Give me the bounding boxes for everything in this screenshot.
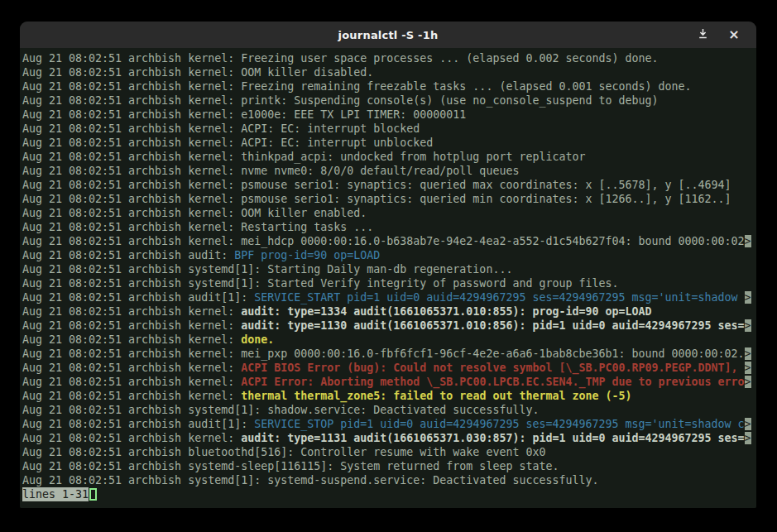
log-line: Aug 21 08:02:51 archbish systemd[1]: Sta… <box>22 276 756 290</box>
log-segment: > <box>745 362 751 374</box>
log-segment: Aug 21 08:02:51 archbish kernel: ACPI: E… <box>22 122 420 135</box>
log-segment: Aug 21 08:02:51 archbish kernel: e1000e:… <box>22 108 466 121</box>
log-segment: done. <box>241 333 274 346</box>
download-button[interactable] <box>693 26 712 44</box>
log-line: Aug 21 08:02:51 archbish systemd-sleep[1… <box>22 459 756 473</box>
close-icon: × <box>728 28 739 41</box>
log-segment: Aug 21 08:02:51 archbish kernel: OOM kil… <box>22 66 373 79</box>
download-icon <box>698 28 708 41</box>
log-line: Aug 21 08:02:51 archbish kernel: audit: … <box>22 319 756 333</box>
log-line: Aug 21 08:02:51 archbish kernel: mei_pxp… <box>22 347 756 361</box>
log-segment: > <box>745 347 751 360</box>
log-line: Aug 21 08:02:51 archbish kernel: e1000e:… <box>22 108 756 122</box>
log-segment: Aug 21 08:02:51 archbish systemd[1]: Sta… <box>22 277 619 290</box>
log-segment: Aug 21 08:02:51 archbish kernel: OOM kil… <box>22 207 367 219</box>
log-segment: Aug 21 08:02:51 archbish systemd-sleep[1… <box>22 460 559 472</box>
log-line: Aug 21 08:02:51 archbish kernel: audit: … <box>22 304 756 319</box>
log-line: Aug 21 08:02:51 archbish kernel: nvme nv… <box>22 164 756 178</box>
log-segment: BPF prog-id=90 op=LOAD <box>234 249 380 261</box>
log-segment: Aug 21 08:02:51 archbish kernel: <box>22 390 241 402</box>
log-line: Aug 21 08:02:51 archbish kernel: thermal… <box>22 389 756 403</box>
log-segment: thermal thermal_zone5: failed to read ou… <box>241 390 631 402</box>
log-segment: Aug 21 08:02:51 archbish kernel: psmouse… <box>22 193 731 205</box>
log-segment: Aug 21 08:02:51 archbish kernel: ACPI: E… <box>22 137 433 149</box>
terminal-lines: Aug 21 08:02:51 archbish kernel: Freezin… <box>22 51 756 487</box>
log-line: Aug 21 08:02:51 archbish bluetoothd[516]… <box>22 445 756 459</box>
log-line: Aug 21 08:02:51 archbish kernel: OOM kil… <box>22 206 756 220</box>
close-button[interactable]: × <box>725 26 743 44</box>
log-segment: ACPI Error: Aborting method \_SB.PC00.LP… <box>241 376 744 388</box>
log-segment: > <box>745 291 751 304</box>
log-segment: Aug 21 08:02:51 archbish kernel: printk:… <box>22 94 659 107</box>
log-segment: SERVICE_STOP pid=1 uid=0 auid=4294967295… <box>254 418 744 430</box>
log-segment: > <box>745 432 751 444</box>
titlebar[interactable]: journalctl -S -1h × <box>20 22 756 48</box>
log-line: Aug 21 08:02:51 archbish audit: BPF prog… <box>22 248 756 262</box>
log-segment: Aug 21 08:02:51 archbish audit: <box>22 249 234 261</box>
titlebar-buttons: × <box>693 22 743 48</box>
terminal-window: journalctl -S -1h × Aug 21 08:02:51 arch… <box>20 22 756 508</box>
log-line: Aug 21 08:02:51 archbish systemd[1]: sys… <box>22 473 756 487</box>
terminal-cursor <box>89 488 97 501</box>
log-line: Aug 21 08:02:51 archbish kernel: OOM kil… <box>22 65 756 79</box>
pager-status: lines 1-31 <box>22 487 89 501</box>
log-segment: Aug 21 08:02:51 archbish audit[1]: <box>22 418 254 430</box>
log-line: Aug 21 08:02:51 archbish kernel: ACPI: E… <box>22 136 756 150</box>
log-segment: Aug 21 08:02:51 archbish kernel: Restart… <box>22 221 373 233</box>
log-line: Aug 21 08:02:51 archbish kernel: done. <box>22 333 756 347</box>
log-segment: Aug 21 08:02:51 archbish kernel: nvme nv… <box>22 165 519 177</box>
log-segment: Aug 21 08:02:51 archbish kernel: mei_hdc… <box>22 235 745 247</box>
log-line: Aug 21 08:02:51 archbish kernel: Freezin… <box>22 79 756 93</box>
log-segment: Aug 21 08:02:51 archbish kernel: <box>22 305 241 318</box>
log-line: Aug 21 08:02:51 archbish kernel: ACPI Er… <box>22 375 756 389</box>
log-line: Aug 21 08:02:51 archbish kernel: Restart… <box>22 220 756 234</box>
log-segment: Aug 21 08:02:51 archbish systemd[1]: sha… <box>22 404 539 416</box>
log-segment: Aug 21 08:02:51 archbish kernel: thinkpa… <box>22 151 585 163</box>
log-segment: Aug 21 08:02:51 archbish kernel: Freezin… <box>22 52 659 65</box>
terminal-output[interactable]: Aug 21 08:02:51 archbish kernel: Freezin… <box>20 48 756 508</box>
log-segment: Aug 21 08:02:51 archbish systemd[1]: Sta… <box>22 263 512 276</box>
log-segment: Aug 21 08:02:51 archbish kernel: <box>22 362 241 374</box>
log-segment: Aug 21 08:02:51 archbish kernel: psmouse… <box>22 179 731 191</box>
log-segment: > <box>745 319 751 332</box>
log-line: Aug 21 08:02:51 archbish kernel: thinkpa… <box>22 150 756 164</box>
log-segment: audit: type=1130 audit(1661065371.010:85… <box>241 319 744 332</box>
pager-status-row: lines 1-31 <box>22 487 756 501</box>
log-line: Aug 21 08:02:51 archbish kernel: ACPI BI… <box>22 361 756 375</box>
log-segment: SERVICE_START pid=1 uid=0 auid=429496729… <box>254 291 744 304</box>
log-segment: Aug 21 08:02:51 archbish kernel: Freezin… <box>22 80 692 93</box>
log-line: Aug 21 08:02:51 archbish kernel: Freezin… <box>22 51 756 65</box>
window-title: journalctl -S -1h <box>338 29 439 41</box>
log-line: Aug 21 08:02:51 archbish audit[1]: SERVI… <box>22 290 756 304</box>
log-segment: > <box>745 376 751 388</box>
log-segment: ACPI BIOS Error (bug): Could not resolve… <box>241 362 744 374</box>
log-line: Aug 21 08:02:51 archbish kernel: audit: … <box>22 431 756 445</box>
log-line: Aug 21 08:02:51 archbish kernel: printk:… <box>22 93 756 108</box>
log-segment: audit: type=1131 audit(1661065371.030:85… <box>241 432 744 444</box>
log-line: Aug 21 08:02:51 archbish systemd[1]: Sta… <box>22 262 756 276</box>
log-line: Aug 21 08:02:51 archbish kernel: mei_hdc… <box>22 234 756 248</box>
log-segment: Aug 21 08:02:51 archbish kernel: <box>22 319 241 332</box>
log-line: Aug 21 08:02:51 archbish kernel: psmouse… <box>22 178 756 192</box>
log-segment: Aug 21 08:02:51 archbish kernel: mei_pxp… <box>22 347 745 360</box>
log-segment: > <box>745 418 751 430</box>
log-line: Aug 21 08:02:51 archbish audit[1]: SERVI… <box>22 417 756 431</box>
log-segment: Aug 21 08:02:51 archbish bluetoothd[516]… <box>22 446 545 458</box>
log-line: Aug 21 08:02:51 archbish systemd[1]: sha… <box>22 403 756 417</box>
log-line: Aug 21 08:02:51 archbish kernel: psmouse… <box>22 192 756 206</box>
log-line: Aug 21 08:02:51 archbish kernel: ACPI: E… <box>22 122 756 136</box>
log-segment: Aug 21 08:02:51 archbish kernel: <box>22 333 241 346</box>
log-segment: Aug 21 08:02:51 archbish kernel: <box>22 432 241 444</box>
log-segment: Aug 21 08:02:51 archbish systemd[1]: sys… <box>22 474 598 486</box>
log-segment: audit: type=1334 audit(1661065371.010:85… <box>241 305 651 318</box>
log-segment: Aug 21 08:02:51 archbish audit[1]: <box>22 291 254 304</box>
log-segment: Aug 21 08:02:51 archbish kernel: <box>22 376 241 388</box>
log-segment: > <box>745 235 751 247</box>
